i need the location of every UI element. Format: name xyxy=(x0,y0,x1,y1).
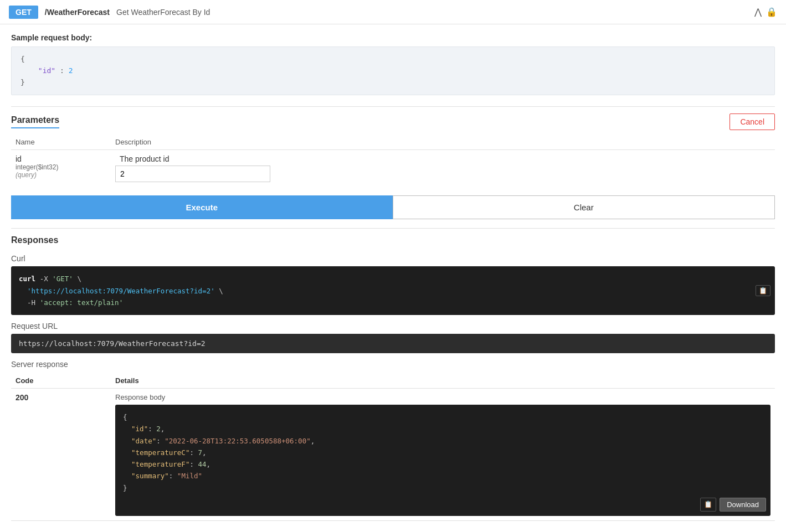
header-bar: GET /WeatherForecast Get WeatherForecast… xyxy=(0,0,786,24)
curl-header-flag: -H xyxy=(19,298,40,307)
code-close-brace: } xyxy=(20,78,25,86)
curl-accept-header: 'accept: text/plain' xyxy=(40,298,124,307)
parameters-header: Parameters Cancel xyxy=(11,113,775,130)
response-copy-button[interactable]: 📋 xyxy=(700,498,716,512)
response-row-200: 200 Response body { "id": 2, "date": "20… xyxy=(11,389,775,521)
endpoint-path: /WeatherForecast xyxy=(45,8,110,17)
response-body-block: { "id": 2, "date": "2022-06-28T13:22:53.… xyxy=(115,405,770,516)
code-key-id: "id" xyxy=(38,66,55,75)
param-name: id xyxy=(16,154,106,163)
param-description: The product id xyxy=(115,154,770,163)
main-content: Sample request body: { "id" : 2 } Parame… xyxy=(0,24,786,532)
action-buttons: Execute Clear xyxy=(11,195,775,219)
code-colon: : xyxy=(60,66,69,75)
lock-icon[interactable]: 🔒 xyxy=(766,7,777,17)
code-open-brace: { xyxy=(20,55,25,63)
curl-cmd: curl xyxy=(19,275,35,283)
col-name-header: Name xyxy=(11,135,111,150)
response-actions: 📋 Download xyxy=(700,498,766,512)
curl-backslash1: \ xyxy=(77,275,81,283)
header-icons: ⋀ 🔒 xyxy=(754,7,777,17)
param-type: integer($int32) xyxy=(16,163,106,171)
cancel-button[interactable]: Cancel xyxy=(730,113,775,130)
col-desc-header: Description xyxy=(111,135,775,150)
response-code-200: 200 xyxy=(16,393,28,402)
code-value-id: 2 xyxy=(69,66,73,75)
request-url-block: https://localhost:7079/WeatherForecast?i… xyxy=(11,334,775,353)
param-value-input[interactable] xyxy=(115,166,270,182)
curl-label: Curl xyxy=(11,254,775,263)
method-badge: GET xyxy=(9,6,38,19)
response-body-label: Response body xyxy=(115,393,770,401)
curl-method-val: 'GET' xyxy=(52,275,73,283)
clear-button[interactable]: Clear xyxy=(393,195,775,219)
request-url-label: Request URL xyxy=(11,322,775,330)
sample-request-label: Sample request body: xyxy=(11,33,775,42)
execute-button[interactable]: Execute xyxy=(11,195,393,219)
curl-block: curl -X 'GET' \ 'https://localhost:7079/… xyxy=(11,266,775,315)
collapse-icon[interactable]: ⋀ xyxy=(754,7,762,17)
curl-backslash2: \ xyxy=(219,287,223,295)
parameters-table: Name Description id integer($int32) (que… xyxy=(11,135,775,187)
server-response-label: Server response xyxy=(11,360,775,369)
curl-url-indent: 'https://localhost:7079/WeatherForecast?… xyxy=(19,287,219,295)
endpoint-description: Get WeatherForecast By Id xyxy=(116,8,210,17)
parameters-section: Parameters Cancel Name Description id in… xyxy=(11,106,775,187)
download-button[interactable]: Download xyxy=(720,498,766,512)
param-row: id integer($int32) (query) The product i… xyxy=(11,150,775,187)
responses-section: Responses Curl curl -X 'GET' \ 'https://… xyxy=(11,228,775,521)
server-response-table: Code Details 200 Response body { "id": 2… xyxy=(11,373,775,521)
curl-method-flag: -X xyxy=(40,275,53,283)
responses-title: Responses xyxy=(11,235,775,245)
curl-copy-button[interactable]: 📋 xyxy=(756,285,770,296)
response-col-code: Code xyxy=(11,373,111,389)
response-col-details: Details xyxy=(111,373,775,389)
sample-request-body: { "id" : 2 } xyxy=(11,47,775,95)
param-location: (query) xyxy=(16,171,106,179)
parameters-title: Parameters xyxy=(11,115,59,128)
